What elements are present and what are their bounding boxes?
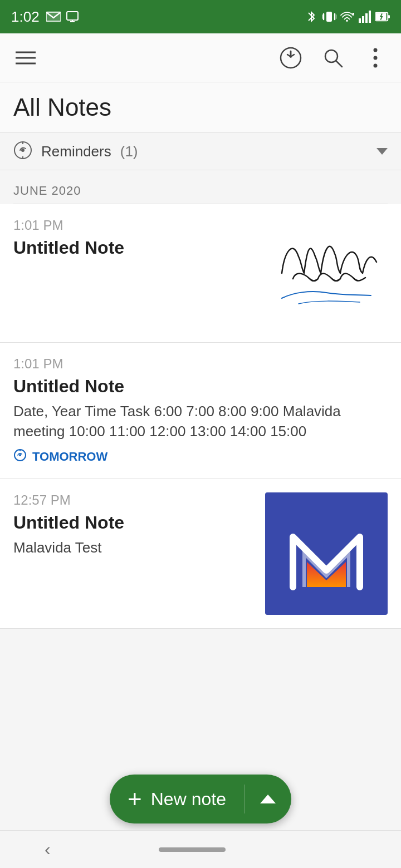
reminder-text: TOMORROW <box>32 450 107 464</box>
toolbar <box>0 33 401 82</box>
status-bar: 1:02 <box>0 0 401 33</box>
svg-rect-18 <box>388 15 390 18</box>
svg-point-27 <box>374 63 378 67</box>
menu-button[interactable] <box>13 46 38 70</box>
section-header: JUNE 2020 <box>0 170 401 204</box>
svg-point-33 <box>19 454 21 456</box>
fab-main-area[interactable]: + New note <box>110 775 244 823</box>
reminders-label: Reminders <box>41 143 111 160</box>
note-thumbnail-3 <box>265 492 388 615</box>
status-time: 1:02 <box>11 8 40 26</box>
battery-icon <box>375 9 390 24</box>
note-thumbnail-1 <box>265 218 388 329</box>
sync-button[interactable] <box>278 46 303 70</box>
reminder-badge: TOMORROW <box>13 448 376 465</box>
svg-rect-12 <box>359 18 361 23</box>
fab-expand-button[interactable] <box>244 775 291 823</box>
home-pill[interactable] <box>159 847 226 852</box>
back-button[interactable]: ‹ <box>45 839 51 860</box>
note-title-2: Untitled Note <box>13 376 376 397</box>
note-preview-3: Malavida Test <box>13 537 254 558</box>
note-card-2[interactable]: 1:01 PM Untitled Note Date, Year Time Ta… <box>0 343 401 479</box>
svg-point-26 <box>374 56 378 60</box>
svg-line-24 <box>336 61 342 67</box>
reminder-badge-icon <box>13 448 27 465</box>
page-title-section: All Notes <box>0 82 401 132</box>
note-content-2: 1:01 PM Untitled Note Date, Year Time Ta… <box>13 356 388 465</box>
svg-point-10 <box>346 19 348 22</box>
vibrate-icon <box>322 9 336 24</box>
note-card-3[interactable]: 12:57 PM Untitled Note Malavida Test <box>0 479 401 629</box>
reminder-icon <box>13 141 32 162</box>
svg-rect-13 <box>362 16 364 23</box>
svg-point-29 <box>21 149 25 152</box>
reminders-bar[interactable]: Reminders (1) <box>0 132 401 170</box>
svg-text:▼: ▼ <box>351 11 354 17</box>
svg-rect-14 <box>365 13 368 23</box>
note-content-1: 1:01 PM Untitled Note <box>13 218 265 263</box>
screenshot-icon <box>65 9 80 24</box>
svg-point-25 <box>374 48 378 52</box>
fab-chevron-up-icon <box>260 795 276 803</box>
note-time-1: 1:01 PM <box>13 218 254 233</box>
svg-rect-0 <box>46 11 61 22</box>
new-note-fab[interactable]: + New note <box>110 775 291 823</box>
note-title-1: Untitled Note <box>13 238 254 258</box>
reminders-chevron[interactable] <box>376 148 388 155</box>
svg-rect-15 <box>369 11 371 23</box>
page-title: All Notes <box>13 93 388 121</box>
more-button[interactable] <box>363 46 388 70</box>
reminders-count: (1) <box>120 143 138 160</box>
gmail-icon <box>46 9 61 24</box>
svg-rect-5 <box>326 12 332 22</box>
note-time-3: 12:57 PM <box>13 492 254 508</box>
svg-rect-2 <box>67 12 78 20</box>
fab-label: New note <box>151 789 226 810</box>
search-button[interactable] <box>321 46 345 70</box>
note-card-1[interactable]: 1:01 PM Untitled Note <box>0 204 401 343</box>
signal-icon <box>358 9 372 24</box>
note-preview-2: Date, Year Time Task 6:00 7:00 8:00 9:00… <box>13 401 376 442</box>
note-time-2: 1:01 PM <box>13 356 376 372</box>
bottom-nav: ‹ <box>0 830 401 868</box>
note-title-3: Untitled Note <box>13 512 254 533</box>
note-content-3: 12:57 PM Untitled Note Malavida Test <box>13 492 265 558</box>
wifi-icon: ▼ <box>340 9 354 24</box>
bluetooth-icon <box>304 9 319 24</box>
fab-plus-icon: + <box>128 787 142 811</box>
